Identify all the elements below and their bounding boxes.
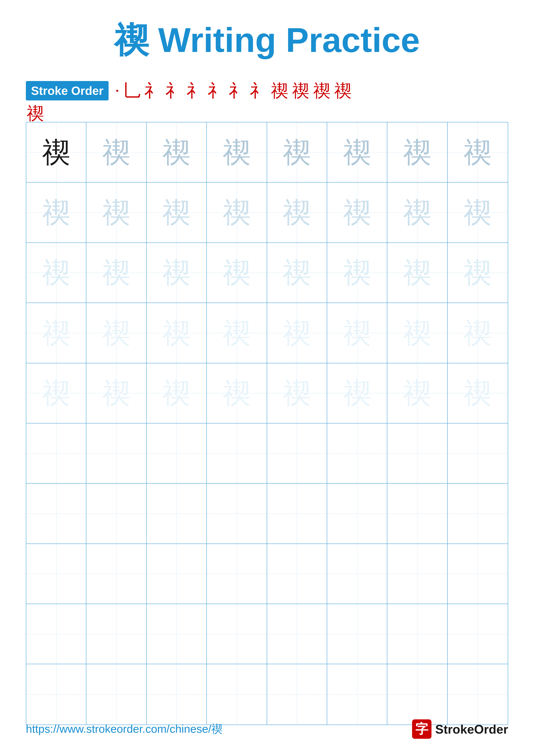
grid-cell[interactable]: 禊 <box>447 243 508 303</box>
grid-cell[interactable]: 禊 <box>207 182 267 243</box>
grid-cell[interactable] <box>147 604 207 664</box>
grid-cell[interactable] <box>87 423 146 484</box>
grid-cell[interactable]: 禊 <box>147 122 207 182</box>
grid-cell[interactable]: 禊 <box>447 182 508 243</box>
cell-character: 禊 <box>102 379 130 407</box>
grid-cell[interactable]: 禊 <box>447 303 508 363</box>
grid-cell[interactable] <box>26 604 87 664</box>
grid-cell[interactable]: 禊 <box>327 122 387 182</box>
grid-cell[interactable]: 禊 <box>267 303 327 363</box>
grid-cell[interactable]: 禊 <box>327 363 387 423</box>
grid-cell[interactable] <box>207 604 267 664</box>
grid-cell[interactable] <box>87 544 146 604</box>
grid-cell[interactable] <box>207 664 267 724</box>
grid-cell[interactable] <box>207 423 267 484</box>
cell-character: 禊 <box>223 379 251 407</box>
grid-cell[interactable] <box>387 423 447 484</box>
grid-cell[interactable]: 禊 <box>267 182 327 243</box>
grid-cell[interactable]: 禊 <box>387 122 447 182</box>
grid-cell[interactable]: 禊 <box>147 182 207 243</box>
grid-cell[interactable]: 禊 <box>327 182 387 243</box>
grid-cell[interactable]: 禊 <box>26 303 87 363</box>
stroke-7: 礻 <box>229 82 246 99</box>
grid-cell[interactable] <box>327 484 387 544</box>
grid-cell[interactable] <box>267 664 327 724</box>
grid-cell[interactable]: 禊 <box>387 182 447 243</box>
grid-cell[interactable] <box>447 423 508 484</box>
grid-cell[interactable]: 禊 <box>207 303 267 363</box>
grid-cell[interactable] <box>327 544 387 604</box>
cell-character: 禊 <box>163 138 191 166</box>
grid-cell[interactable] <box>147 544 207 604</box>
grid-cell[interactable] <box>26 423 87 484</box>
grid-cell[interactable] <box>387 604 447 664</box>
grid-cell[interactable]: 禊 <box>387 243 447 303</box>
grid-cell[interactable]: 禊 <box>87 363 146 423</box>
grid-cell[interactable] <box>447 664 508 724</box>
grid-cell[interactable] <box>207 544 267 604</box>
stroke-overflow-char: 禊 <box>27 104 44 123</box>
cell-character: 禊 <box>343 319 371 347</box>
grid-cell[interactable]: 禊 <box>26 182 87 243</box>
cell-character: 禊 <box>102 138 130 166</box>
title-text: Writing Practice <box>149 21 420 59</box>
grid-cell[interactable]: 禊 <box>26 243 87 303</box>
grid-cell[interactable] <box>447 604 508 664</box>
cell-character: 禊 <box>464 258 492 286</box>
grid-cell[interactable] <box>327 664 387 724</box>
cell-character: 禊 <box>464 319 492 347</box>
grid-cell[interactable]: 禊 <box>87 122 146 182</box>
footer-url[interactable]: https://www.strokeorder.com/chinese/禊 <box>26 721 222 737</box>
page: 禊 Writing Practice Stroke Order · ⺃ 礻 礻 … <box>0 0 534 756</box>
grid-cell[interactable]: 禊 <box>267 243 327 303</box>
grid-cell[interactable]: 禊 <box>267 122 327 182</box>
grid-cell[interactable]: 禊 <box>207 243 267 303</box>
grid-cell[interactable]: 禊 <box>87 182 146 243</box>
grid-cell[interactable] <box>267 604 327 664</box>
grid-cell[interactable] <box>387 664 447 724</box>
grid-cell[interactable] <box>267 544 327 604</box>
grid-cell[interactable] <box>207 484 267 544</box>
stroke-5: 礻 <box>187 82 204 99</box>
grid-cell[interactable] <box>147 664 207 724</box>
grid-cell[interactable]: 禊 <box>207 363 267 423</box>
grid-cell[interactable] <box>447 484 508 544</box>
grid-cell[interactable]: 禊 <box>327 243 387 303</box>
grid-cell[interactable] <box>447 544 508 604</box>
grid-cell[interactable]: 禊 <box>447 122 508 182</box>
grid-cell[interactable] <box>87 484 146 544</box>
grid-cell[interactable] <box>87 604 146 664</box>
grid-cell[interactable] <box>26 664 87 724</box>
grid-cell[interactable]: 禊 <box>87 243 146 303</box>
grid-cell[interactable] <box>147 423 207 484</box>
grid-cell[interactable] <box>147 484 207 544</box>
cell-character: 禊 <box>163 199 191 227</box>
grid-cell[interactable]: 禊 <box>147 363 207 423</box>
grid-cell[interactable]: 禊 <box>147 243 207 303</box>
grid-cell[interactable] <box>267 423 327 484</box>
grid-cell[interactable]: 禊 <box>87 303 146 363</box>
grid-cell[interactable] <box>387 484 447 544</box>
stroke-9: 禊 <box>271 82 288 99</box>
grid-cell[interactable] <box>87 664 146 724</box>
grid-cell[interactable] <box>327 423 387 484</box>
cell-character: 禊 <box>403 199 431 227</box>
grid-cell[interactable] <box>26 484 87 544</box>
grid-cell[interactable] <box>387 544 447 604</box>
cell-character: 禊 <box>42 319 70 347</box>
grid-cell[interactable]: 禊 <box>207 122 267 182</box>
grid-cell[interactable] <box>267 484 327 544</box>
cell-character: 禊 <box>102 199 130 227</box>
grid-cell[interactable]: 禊 <box>387 363 447 423</box>
grid-cell[interactable]: 禊 <box>26 363 87 423</box>
cell-character: 禊 <box>283 319 311 347</box>
grid-cell[interactable]: 禊 <box>447 363 508 423</box>
grid-cell[interactable]: 禊 <box>387 303 447 363</box>
grid-cell[interactable] <box>327 604 387 664</box>
grid-cell[interactable]: 禊 <box>26 122 87 182</box>
practice-grid: 禊禊禊禊禊禊禊禊禊禊禊禊禊禊禊禊禊禊禊禊禊禊禊禊禊禊禊禊禊禊禊禊禊禊禊禊禊禊禊禊 <box>26 122 508 725</box>
grid-cell[interactable] <box>26 544 87 604</box>
grid-cell[interactable]: 禊 <box>147 303 207 363</box>
grid-cell[interactable]: 禊 <box>327 303 387 363</box>
grid-cell[interactable]: 禊 <box>267 363 327 423</box>
